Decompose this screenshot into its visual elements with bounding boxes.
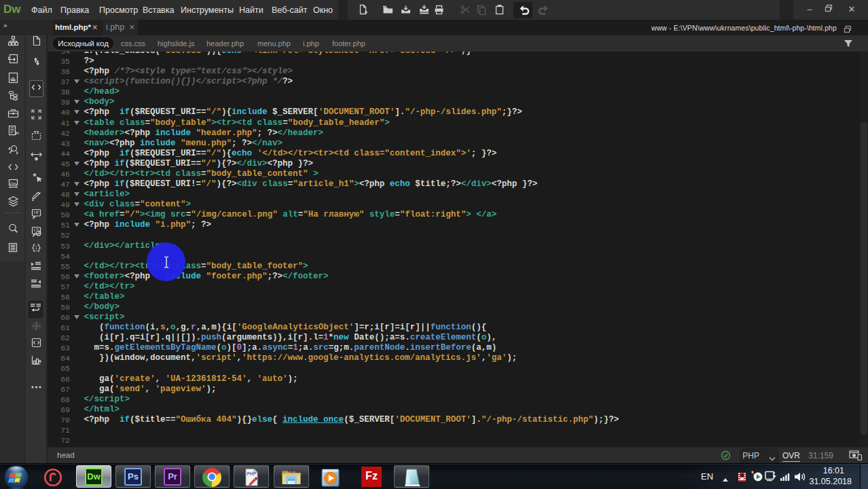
svg-text:PHP: PHP — [247, 471, 257, 476]
